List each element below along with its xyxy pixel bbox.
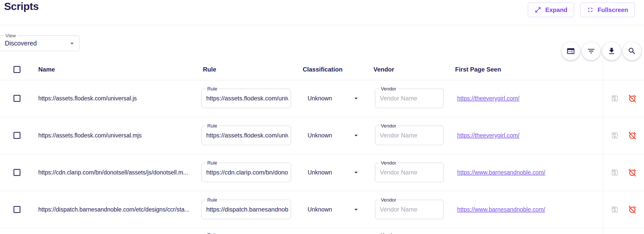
pinned-column-divider xyxy=(603,45,603,234)
caret-down-icon xyxy=(352,206,360,213)
column-header-first-page-seen: First Page Seen xyxy=(455,66,501,73)
table-row: https://assets.flodesk.com/universal.mjs… xyxy=(0,117,644,154)
alarm-off-icon xyxy=(628,94,637,103)
save-icon xyxy=(611,206,619,214)
rule-input[interactable] xyxy=(206,89,288,108)
save-button[interactable] xyxy=(611,132,619,139)
chevron-down-icon xyxy=(68,39,76,48)
page-title: Scripts xyxy=(4,1,39,13)
column-header-classification: Classification xyxy=(303,66,343,73)
classification-value: Unknown xyxy=(308,169,332,176)
classification-value: Unknown xyxy=(308,95,332,102)
vendor-field: Vendor xyxy=(375,200,444,219)
save-icon xyxy=(611,95,619,102)
filter-button[interactable] xyxy=(582,42,600,60)
first-page-seen-link[interactable]: https://theeverygirl.com/ xyxy=(457,132,519,139)
expand-button[interactable]: Expand xyxy=(528,3,574,17)
view-select[interactable]: View Discovered xyxy=(0,36,79,51)
rule-field-label: Rule xyxy=(206,232,219,234)
vendor-input[interactable] xyxy=(380,126,441,145)
search-button[interactable] xyxy=(623,42,641,60)
table-row: https://dispatch.barnesandnoble.com/etc/… xyxy=(0,191,644,228)
row-checkbox[interactable] xyxy=(14,169,20,176)
row-checkbox[interactable] xyxy=(14,95,20,102)
classification-select[interactable]: Unknown xyxy=(308,206,360,213)
table-row: https://assets.flodesk.com/universal.js … xyxy=(0,80,644,117)
classification-select[interactable]: Unknown xyxy=(308,169,360,176)
rule-input[interactable] xyxy=(206,200,288,219)
table-view-icon xyxy=(566,47,575,55)
table-view-button[interactable] xyxy=(562,42,580,60)
script-name: https://dispatch.barnesandnoble.com/etc/… xyxy=(38,206,189,213)
first-page-seen-link[interactable]: https://theeverygirl.com/ xyxy=(457,95,519,102)
column-header-vendor: Vendor xyxy=(373,66,394,73)
select-all-checkbox[interactable] xyxy=(14,66,20,73)
table-header: Name Rule Classification Vendor First Pa… xyxy=(0,59,644,80)
save-icon xyxy=(611,132,619,139)
rule-field: Rule xyxy=(201,200,291,219)
vendor-input[interactable] xyxy=(380,163,441,182)
classification-select[interactable]: Unknown xyxy=(308,132,360,139)
caret-down-icon xyxy=(352,132,360,139)
script-name: https://assets.flodesk.com/universal.mjs xyxy=(38,132,142,139)
rule-field: Rule xyxy=(201,126,291,145)
rule-input[interactable] xyxy=(206,126,288,145)
view-select-value: Discovered xyxy=(5,40,37,47)
vendor-input[interactable] xyxy=(380,200,441,219)
first-page-seen-link[interactable]: https://www.barnesandnoble.com/ xyxy=(457,206,545,213)
vendor-field: Vendor xyxy=(375,126,444,145)
save-button[interactable] xyxy=(611,169,619,177)
table-toolbar xyxy=(562,42,641,60)
alarm-off-button[interactable] xyxy=(628,168,637,177)
vendor-field: Vendor xyxy=(375,89,444,108)
view-select-label: View xyxy=(4,33,17,38)
row-checkbox[interactable] xyxy=(14,206,20,213)
vendor-input[interactable] xyxy=(380,89,441,108)
download-button[interactable] xyxy=(602,42,621,60)
alarm-off-icon xyxy=(628,168,637,177)
alarm-off-button[interactable] xyxy=(628,205,637,214)
vendor-field-label: Vendor xyxy=(379,232,398,234)
alarm-off-icon xyxy=(628,131,637,140)
scripts-page: Scripts Expand Fullscreen View Discovere… xyxy=(0,0,644,234)
save-button[interactable] xyxy=(611,95,619,102)
alarm-off-button[interactable] xyxy=(628,131,637,140)
classification-value: Unknown xyxy=(308,132,332,139)
save-button[interactable] xyxy=(611,206,619,214)
fullscreen-button-label: Fullscreen xyxy=(598,6,628,14)
header-divider xyxy=(0,25,644,25)
header-actions: Expand Fullscreen xyxy=(528,3,635,17)
fullscreen-button[interactable]: Fullscreen xyxy=(580,3,635,17)
first-page-seen-link[interactable]: https://www.barnesandnoble.com/ xyxy=(457,169,545,176)
filter-icon xyxy=(587,47,596,55)
table-row: https://cdn.clarip.com/bn/donotsell/asse… xyxy=(0,154,644,191)
rule-field: Rule xyxy=(201,163,291,182)
caret-down-icon xyxy=(352,95,360,102)
download-icon xyxy=(607,47,616,55)
table-body: https://assets.flodesk.com/universal.js … xyxy=(0,80,644,234)
column-header-rule: Rule xyxy=(203,66,216,73)
alarm-off-icon xyxy=(628,205,637,214)
rule-field: Rule xyxy=(201,89,291,108)
rule-input[interactable] xyxy=(206,163,288,182)
expand-icon xyxy=(534,6,541,13)
vendor-field: Vendor xyxy=(375,163,444,182)
classification-select[interactable]: Unknown xyxy=(308,95,360,102)
expand-button-label: Expand xyxy=(545,6,567,14)
fullscreen-icon xyxy=(587,6,594,13)
column-header-name: Name xyxy=(38,66,55,73)
search-icon xyxy=(628,47,636,55)
classification-value: Unknown xyxy=(308,206,332,213)
save-icon xyxy=(611,169,619,177)
script-name: https://cdn.clarip.com/bn/donotsell/asse… xyxy=(38,169,188,176)
caret-down-icon xyxy=(352,169,360,176)
script-name: https://assets.flodesk.com/universal.js xyxy=(38,95,137,102)
table-row: Rule Vendor xyxy=(0,228,644,234)
alarm-off-button[interactable] xyxy=(628,94,637,103)
row-checkbox[interactable] xyxy=(14,132,20,139)
